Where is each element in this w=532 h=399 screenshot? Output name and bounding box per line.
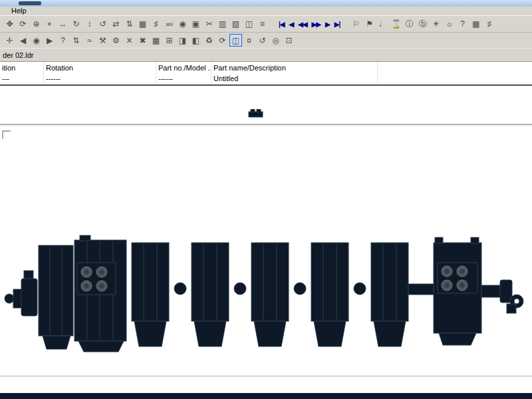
primitive-circle-icon[interactable]: ◉ [176, 18, 189, 31]
part-list-icon[interactable]: ≡ [256, 18, 269, 31]
parts-list-header: ition Rotation Part no./Model ... Part n… [0, 61, 532, 74]
copy-icon[interactable]: ▥ [216, 18, 229, 31]
tools-icon[interactable]: ⚒ [96, 34, 109, 47]
grid-small-icon[interactable]: ▦ [150, 34, 162, 47]
document-title-bar[interactable]: der 02.ldr [0, 48, 532, 61]
part-preview-pane[interactable] [0, 86, 532, 124]
parts-list-row[interactable]: --- ------ ------ Untitled [0, 74, 532, 84]
menu-help[interactable]: Help [9, 7, 29, 15]
toolbar-group-edit: ✥⟳⊕⌖↔↻↕↺⇄⇅▦♯abl◉▣✂▥▧◫≡ [3, 18, 269, 31]
light-off-icon[interactable]: ☼ [443, 18, 456, 31]
box-select-icon[interactable]: ⊡ [283, 34, 295, 47]
column-header-blank[interactable] [378, 62, 532, 74]
cell-blank [378, 74, 532, 84]
column-header-part-no[interactable]: Part no./Model ... [156, 62, 211, 74]
bell-icon[interactable]: ♩ [376, 18, 389, 31]
grid-toggle-icon[interactable]: ▦ [469, 18, 482, 31]
close-icon[interactable]: ✖ [136, 34, 149, 47]
currency-icon[interactable]: ¤ [243, 34, 255, 47]
sort-icon[interactable]: ⇅ [70, 34, 82, 47]
step-grid-icon[interactable]: ♯ [483, 18, 495, 31]
light-on-icon[interactable]: ☀ [430, 18, 442, 31]
context-help-icon[interactable]: ? [57, 34, 69, 47]
toolbar-group-view: ⚐⚑♩⌛ⓘⓑ☀☼?▦♯ [350, 18, 495, 31]
info-icon[interactable]: ⓘ [403, 18, 416, 31]
zoom-tool-icon[interactable]: ⊕ [30, 18, 43, 31]
lego-model[interactable] [5, 235, 523, 352]
record-icon[interactable]: ◉ [30, 34, 43, 47]
viewport-splitter[interactable] [0, 376, 532, 376]
flag-filled-icon[interactable]: ⚑ [363, 18, 376, 31]
rotate-x-icon[interactable]: ↻ [70, 18, 82, 31]
text-label-tool-icon[interactable]: abl [163, 18, 176, 31]
move-x-icon[interactable]: ↔ [57, 18, 69, 31]
next-step-button[interactable]: ▶ [323, 18, 332, 31]
color-palette-icon[interactable]: ▣ [190, 18, 202, 31]
step-order-icon[interactable]: ⇅ [123, 18, 136, 31]
cell-part-no: ------ [156, 74, 211, 84]
rotate-y-icon[interactable]: ↺ [96, 18, 109, 31]
pane-right-icon[interactable]: ◨ [176, 34, 189, 47]
target-icon[interactable]: ◎ [269, 34, 282, 47]
grid-add-icon[interactable]: ⊞ [163, 34, 176, 47]
refresh-icon[interactable]: ⟳ [216, 34, 229, 47]
snap-icon[interactable]: ♯ [150, 18, 162, 31]
main-toolbar: ✥⟳⊕⌖↔↻↕↺⇄⇅▦♯abl◉▣✂▥▧◫≡ |◀◀◀◀▶▶▶▶| ⚐⚑♩⌛ⓘⓑ… [0, 15, 532, 32]
delete-icon[interactable]: ✕ [123, 34, 136, 47]
settings-icon[interactable]: ⚙ [110, 34, 122, 47]
prev-part-icon[interactable]: ◀ [17, 34, 29, 47]
pane-left-icon[interactable]: ◧ [190, 34, 202, 47]
cell-rotation: ------ [44, 74, 156, 84]
swap-axes-icon[interactable]: ⇄ [110, 18, 122, 31]
add-part-icon[interactable]: ✛ [3, 34, 16, 47]
part-thumbnail [247, 107, 265, 118]
fast-forward-button[interactable]: ▶▶ [310, 18, 323, 31]
column-header-part-name[interactable]: Part name/Description [211, 62, 378, 74]
smooth-icon[interactable]: ≈ [83, 34, 96, 47]
toolbar-group-steps: |◀◀◀◀▶▶▶▶| [277, 18, 342, 31]
undo-view-icon[interactable]: ↺ [256, 34, 269, 47]
move-y-icon[interactable]: ↕ [83, 18, 96, 31]
document-filename: der 02.ldr [3, 51, 33, 59]
background-window-titlebar[interactable] [0, 0, 532, 7]
recycle-icon[interactable]: ♻ [203, 34, 215, 47]
previous-step-button[interactable]: ◀ [287, 18, 296, 31]
menu-bar: Help [0, 7, 532, 15]
column-header-position[interactable]: ition [0, 62, 44, 74]
toolbar-group-extra: ✛◀◉▶?⇅≈⚒⚙✕✖▦⊞◨◧♻⟳◫¤↺◎⊡ [3, 34, 295, 47]
fast-back-button[interactable]: ◀◀ [296, 18, 309, 31]
rotate-view-icon[interactable]: ⟳ [17, 18, 29, 31]
paste-icon[interactable]: ▧ [229, 18, 242, 31]
pan-tool-icon[interactable]: ✥ [3, 18, 16, 31]
taskbar-strip[interactable] [0, 393, 532, 399]
mirror-icon[interactable]: ◫ [243, 18, 255, 31]
current-mode-icon[interactable]: ◫ [229, 34, 242, 47]
hourglass-icon[interactable]: ⌛ [390, 18, 402, 31]
next-part-icon[interactable]: ▶ [43, 34, 56, 47]
origin-axis-marker [3, 131, 11, 139]
cell-position: --- [0, 74, 44, 84]
last-step-button[interactable]: ▶| [332, 18, 342, 31]
annotation-icon[interactable]: ⓑ [416, 18, 429, 31]
titlebar-decoration [19, 1, 41, 5]
cell-part-name: Untitled [211, 74, 378, 84]
grid-icon[interactable]: ▦ [136, 18, 149, 31]
crosshair-icon[interactable]: ⌖ [43, 18, 56, 31]
secondary-toolbar: ✛◀◉▶?⇅≈⚒⚙✕✖▦⊞◨◧♻⟳◫¤↺◎⊡ [0, 32, 532, 48]
flag-outline-icon[interactable]: ⚐ [350, 18, 362, 31]
help-icon[interactable]: ? [456, 18, 469, 31]
cut-icon[interactable]: ✂ [203, 18, 215, 31]
first-step-button[interactable]: |◀ [277, 18, 287, 31]
column-header-rotation[interactable]: Rotation [44, 62, 156, 74]
model-viewport[interactable] [0, 126, 532, 376]
